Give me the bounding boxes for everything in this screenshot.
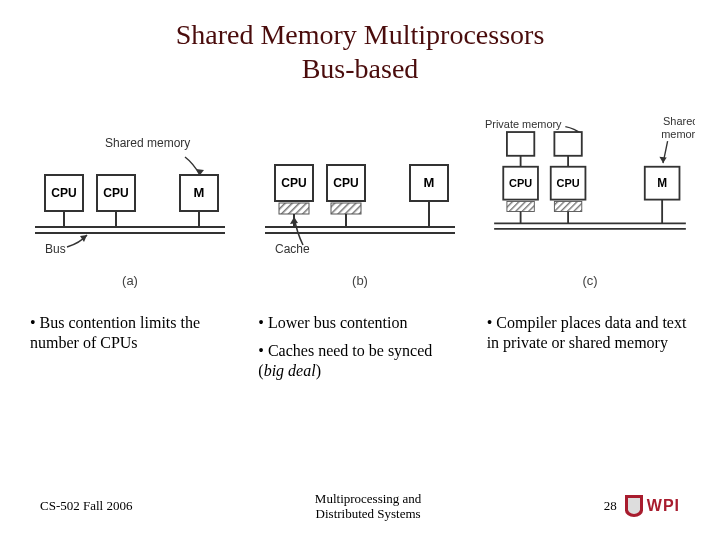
cache-box	[554, 202, 581, 212]
caption-b: • Lower bus contention • Caches need to …	[258, 313, 461, 389]
private-mem-box	[507, 132, 534, 156]
cache-box	[507, 202, 534, 212]
svg-text:M: M	[424, 175, 435, 190]
diagram-a-svg: Shared memory CPU CPU M Bus	[25, 105, 235, 265]
memory-box: M	[645, 167, 680, 200]
private-memory-label: Private memory	[485, 119, 562, 131]
cpu-box: CPU	[97, 175, 135, 211]
caption-a-bullet-1: • Bus contention limits the number of CP…	[30, 313, 233, 353]
svg-text:CPU: CPU	[281, 176, 306, 190]
cache-box	[279, 203, 309, 214]
svg-text:CPU: CPU	[51, 186, 76, 200]
svg-text:M: M	[194, 185, 205, 200]
svg-marker-25	[290, 217, 298, 224]
bus-label: Bus	[45, 242, 66, 256]
cpu-box: CPU	[275, 165, 313, 201]
subfigure-c: Private memory Shared memory CPU CPU M	[480, 105, 700, 288]
subfigure-b-label: (b)	[352, 273, 368, 288]
caption-b-bullet-1: • Lower bus contention	[258, 313, 461, 333]
private-mem-box	[554, 132, 581, 156]
svg-text:CPU: CPU	[333, 176, 358, 190]
svg-marker-28	[659, 157, 666, 163]
subfigure-b: CPU CPU M Cache (b)	[250, 105, 470, 288]
cache-box	[331, 203, 361, 214]
subfigure-a: Shared memory CPU CPU M Bus (	[20, 105, 240, 288]
memory-box: M	[410, 165, 448, 201]
title-line-1: Shared Memory Multiprocessors	[176, 19, 545, 50]
footer-right: 28 WPI	[604, 495, 680, 517]
slide-title: Shared Memory Multiprocessors Bus-based	[0, 18, 720, 85]
cache-label: Cache	[275, 242, 310, 256]
cpu-box: CPU	[45, 175, 83, 211]
svg-text:CPU: CPU	[557, 177, 580, 189]
subfigure-c-label: (c)	[582, 273, 597, 288]
shared-memory-label: Shared	[663, 115, 695, 127]
title-line-2: Bus-based	[302, 53, 419, 84]
svg-text:CPU: CPU	[509, 177, 532, 189]
caption-c: • Compiler places data and text in priva…	[487, 313, 690, 389]
caption-a: • Bus contention limits the number of CP…	[30, 313, 233, 389]
memory-box: M	[180, 175, 218, 211]
diagram-row: Shared memory CPU CPU M Bus (	[0, 105, 720, 288]
footer-left: CS-502 Fall 2006	[40, 498, 132, 514]
cpu-box: CPU	[551, 167, 586, 200]
caption-c-bullet-1: • Compiler places data and text in priva…	[487, 313, 690, 353]
cpu-box: CPU	[503, 167, 538, 200]
wpi-logo: WPI	[625, 495, 680, 517]
svg-text:memory: memory	[661, 128, 695, 140]
caption-row: • Bus contention limits the number of CP…	[0, 313, 720, 389]
slide-footer: CS-502 Fall 2006 Multiprocessing and Dis…	[0, 491, 720, 522]
svg-text:M: M	[657, 176, 667, 190]
diagram-c-svg: Private memory Shared memory CPU CPU M	[485, 105, 695, 265]
svg-text:CPU: CPU	[103, 186, 128, 200]
shared-memory-label: Shared memory	[105, 136, 190, 150]
wpi-text: WPI	[647, 497, 680, 515]
caption-b-bullet-2: • Caches need to be synced (big deal)	[258, 341, 461, 381]
diagram-b-svg: CPU CPU M Cache	[255, 105, 465, 265]
page-number: 28	[604, 498, 617, 514]
subfigure-a-label: (a)	[122, 273, 138, 288]
cpu-box: CPU	[327, 165, 365, 201]
footer-center: Multiprocessing and Distributed Systems	[132, 491, 603, 522]
shield-icon	[625, 495, 643, 517]
